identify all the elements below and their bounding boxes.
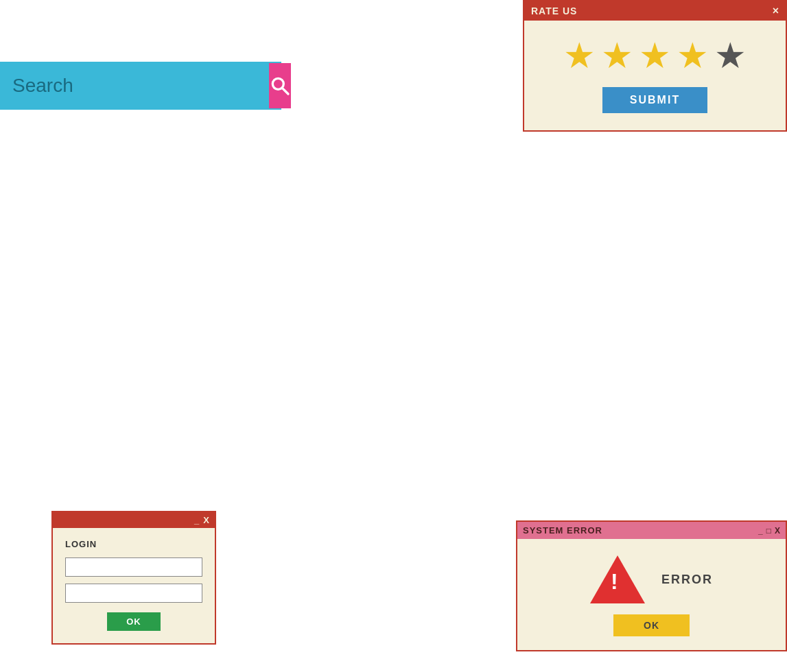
submit-button[interactable]: SUBMIT [602, 87, 707, 113]
star-2[interactable]: ★ [601, 38, 633, 73]
rate-us-close-button[interactable]: × [773, 5, 779, 16]
login-close-button[interactable]: X [203, 515, 209, 525]
login-body: LOGIN OK [53, 528, 215, 643]
stars-row: ★ ★ ★ ★ ★ [563, 38, 747, 73]
error-title: SYSTEM ERROR [523, 525, 602, 536]
error-ok-button[interactable]: OK [613, 614, 690, 636]
system-error-window: SYSTEM ERROR _ □ X ERROR OK [516, 520, 787, 651]
search-button[interactable] [269, 63, 291, 108]
error-text: ERROR [661, 573, 713, 587]
warning-triangle-icon [590, 555, 645, 603]
rate-us-window: RATE US × ★ ★ ★ ★ ★ SUBMIT [523, 0, 787, 132]
star-5[interactable]: ★ [714, 38, 747, 73]
login-titlebar: _ X [53, 512, 215, 528]
error-close-button[interactable]: X [775, 526, 780, 536]
rate-us-title: RATE US [531, 5, 577, 16]
svg-line-1 [282, 88, 288, 94]
star-1[interactable]: ★ [563, 38, 596, 73]
error-content-row: ERROR [590, 555, 713, 603]
star-3[interactable]: ★ [639, 38, 671, 73]
search-bar [0, 62, 281, 110]
rate-us-titlebar: RATE US × [524, 1, 786, 21]
rate-us-body: ★ ★ ★ ★ ★ SUBMIT [524, 21, 786, 130]
search-input[interactable] [1, 63, 269, 108]
error-body: ERROR OK [517, 539, 786, 650]
error-restore-button[interactable]: □ [766, 526, 771, 536]
error-titlebar: SYSTEM ERROR _ □ X [517, 522, 786, 539]
login-username-input[interactable] [65, 557, 202, 577]
login-window: _ X LOGIN OK [51, 511, 216, 645]
login-ok-button[interactable]: OK [107, 612, 161, 631]
search-icon [269, 75, 291, 97]
login-minimize-button[interactable]: _ [194, 515, 199, 525]
error-title-buttons: _ □ X [758, 526, 780, 536]
login-password-input[interactable] [65, 584, 202, 603]
star-4[interactable]: ★ [677, 38, 709, 73]
error-minimize-button[interactable]: _ [758, 526, 763, 536]
login-label: LOGIN [65, 539, 202, 549]
